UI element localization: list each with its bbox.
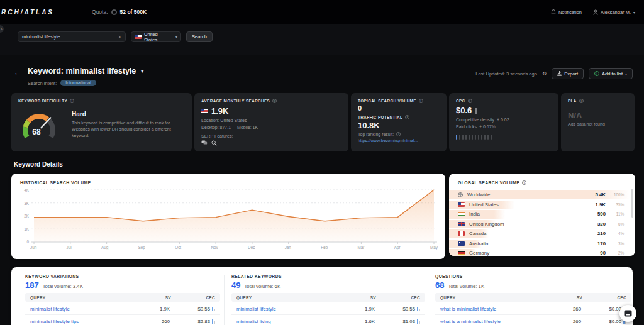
- table-row[interactable]: minimalist lifestyle 1.9K $0.55: [25, 303, 220, 315]
- country-row-us[interactable]: United States 1.9K 35%: [449, 200, 630, 210]
- info-icon[interactable]: i: [272, 99, 277, 103]
- y-tick: 2K: [16, 214, 29, 218]
- table-row[interactable]: minimalist lifestyle tips 260 $2.83: [25, 316, 220, 325]
- difficulty-title: KEYWORD DIFFICULTY: [18, 99, 67, 103]
- query-link[interactable]: minimalist lifestyle: [236, 306, 276, 312]
- query-link[interactable]: minimalist living: [236, 319, 271, 324]
- keyword-tables-card: KEYWORD VARIATIONS 187 Total volume: 3.4…: [11, 267, 633, 325]
- cpc-card: CPCi $0.6 Competitive density: + 0.02 Pa…: [449, 93, 558, 151]
- search-feature-icon[interactable]: [211, 140, 217, 146]
- query-link[interactable]: minimalist lifestyle: [30, 306, 70, 312]
- country-row-uk[interactable]: United Kingdom 320 6%: [449, 219, 630, 229]
- pla-card: PLAi N/A Ads data not found: [561, 93, 635, 151]
- pla-title: PLA: [568, 99, 577, 103]
- country-select[interactable]: United States ▾: [131, 31, 181, 42]
- search-query-text: minimalist lifestyle: [22, 34, 60, 40]
- month-label: Sep: [138, 245, 145, 250]
- country-row-germany[interactable]: Germany 90 2%: [449, 248, 630, 256]
- chat-bubbles-icon[interactable]: [201, 140, 208, 145]
- sidebar-collapse-handle[interactable]: ›: [0, 25, 4, 33]
- info-icon[interactable]: i: [70, 99, 74, 103]
- chat-icon: [624, 310, 632, 317]
- globe-icon: [458, 192, 463, 197]
- related-keywords-section: RELATED KEYWORDS 49 Total volume: 6K QUE…: [231, 267, 425, 325]
- query-link[interactable]: what is minimalist lifestyle: [440, 306, 496, 312]
- topical-value: 0: [358, 104, 440, 112]
- topical-title: TOPICAL SEARCH VOLUME: [358, 99, 416, 103]
- top-ranking-link[interactable]: https://www.becomingminimal...: [358, 138, 440, 143]
- intent-badge: Informational: [60, 80, 96, 86]
- country-row-india[interactable]: India 590 11%: [449, 209, 630, 219]
- table-row[interactable]: minimalist living 1.6K $1.03: [231, 316, 425, 325]
- back-arrow-icon[interactable]: ←: [14, 69, 21, 76]
- cpc-distribution-bars: [456, 135, 552, 140]
- cpc-bar-icon: [417, 307, 420, 311]
- uk-flag-icon: [458, 222, 465, 226]
- col-sv: SV: [127, 295, 171, 300]
- section-count: 68: [435, 280, 444, 290]
- user-menu[interactable]: Aleksandar M. ▾: [593, 9, 635, 15]
- keyword-difficulty-card: KEYWORD DIFFICULTYi 68 Hard This keyword…: [11, 93, 192, 151]
- col-cpc: CPC: [171, 295, 215, 300]
- query-link[interactable]: what is a minimalist lifestyle: [440, 319, 501, 324]
- country-row-canada[interactable]: Canada 210 4%: [449, 229, 630, 239]
- country-name: United States: [469, 202, 591, 207]
- table-row[interactable]: minimalist lifestyle 1.9K $0.55: [231, 303, 425, 315]
- refresh-icon[interactable]: ↻: [542, 70, 547, 77]
- notification-button[interactable]: Notification: [551, 9, 582, 15]
- x-axis-labels: Jun Jul Aug Sep Oct Nov Dec Jan Feb Mar …: [30, 245, 438, 250]
- month-label: Mar: [358, 245, 365, 250]
- questions-section: QUESTIONS 68 Total volume: 1K QUERY SV C…: [435, 267, 631, 325]
- info-icon[interactable]: i: [579, 99, 584, 103]
- app-logo[interactable]: RCH/ATLAS: [1, 9, 54, 16]
- country-row-worldwide[interactable]: Worldwide 5.4K 100%: [449, 190, 630, 200]
- chevron-down-icon: ▾: [172, 35, 177, 39]
- table-row[interactable]: what is minimalist lifestyle 260 $0.00: [435, 303, 631, 315]
- app-root: RCH/ATLAS Quota: 52 of 500K Notification…: [0, 0, 644, 325]
- add-to-list-button[interactable]: + Add to list ▾: [589, 68, 633, 79]
- country-row-australia[interactable]: Australia 170 3%: [449, 239, 630, 249]
- pla-value: N/A: [568, 111, 628, 120]
- y-tick: 4K: [16, 188, 29, 192]
- month-label: Dec: [248, 245, 255, 250]
- info-icon[interactable]: i: [419, 99, 423, 103]
- table-header: QUERY SV CPC: [231, 293, 425, 302]
- paid-clicks: Paid clicks: + 0.67%: [456, 124, 552, 129]
- col-query: QUERY: [30, 295, 127, 300]
- scrollbar[interactable]: [631, 189, 633, 218]
- table-row[interactable]: what is a minimalist lifestyle 260 $0.00: [435, 316, 631, 325]
- user-icon: [593, 9, 598, 15]
- us-flag-icon: [135, 35, 142, 39]
- section-total: Total volume: 6K: [244, 284, 280, 289]
- export-button[interactable]: Export: [552, 68, 584, 79]
- info-icon[interactable]: i: [468, 99, 472, 103]
- search-button[interactable]: Search: [186, 31, 213, 42]
- divider: [224, 275, 225, 325]
- info-icon[interactable]: i: [396, 132, 401, 136]
- sv-value: 260: [537, 319, 581, 324]
- search-input[interactable]: minimalist lifestyle ×: [18, 31, 126, 42]
- country-volume: 90: [600, 250, 606, 256]
- section-title: RELATED KEYWORDS: [231, 274, 282, 278]
- country-volume: 5.4K: [596, 192, 606, 197]
- country-name: United Kingdom: [469, 221, 593, 227]
- query-link[interactable]: minimalist lifestyle tips: [30, 319, 79, 324]
- india-flag-icon: [458, 212, 465, 216]
- global-volume-card: GLOBAL SEARCH VOLUMEi Worldwide 5.4K 100…: [449, 174, 635, 256]
- desktop-split: Desktop: 877.1: [201, 125, 231, 129]
- clear-search-icon[interactable]: ×: [118, 34, 121, 40]
- info-icon[interactable]: i: [405, 115, 409, 119]
- chat-launcher-button[interactable]: [619, 305, 636, 322]
- country-name: India: [469, 211, 593, 217]
- month-label: Apr: [394, 245, 401, 250]
- month-label: Nov: [211, 245, 218, 250]
- country-volume: 210: [597, 231, 606, 236]
- quota-ring-icon: [111, 9, 117, 15]
- keyword-title[interactable]: Keyword: minimalist lifestyle ▼: [28, 67, 145, 75]
- info-icon[interactable]: i: [522, 180, 526, 185]
- pla-note: Ads data not found: [568, 122, 628, 126]
- sv-value: 260: [537, 306, 581, 312]
- bell-icon: [551, 9, 556, 15]
- section-count: 187: [25, 280, 39, 290]
- cpc-value: $2.83: [197, 319, 210, 324]
